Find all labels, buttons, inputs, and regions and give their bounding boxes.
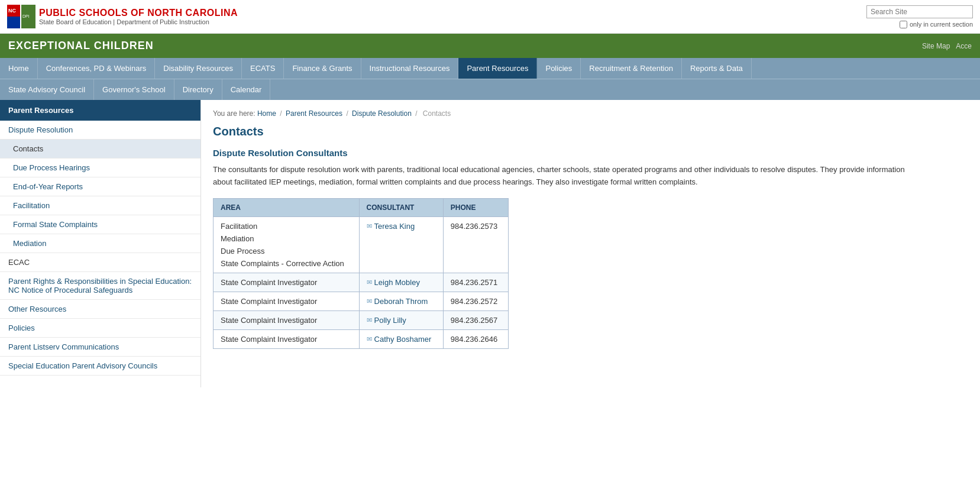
consultant-link[interactable]: ✉ Leigh Mobley: [367, 278, 436, 287]
area-item: Due Process: [221, 247, 352, 255]
email-icon: ✉: [367, 335, 372, 343]
logo: NC DPI PUBLIC SCHOOLS OF NORTH CAROLINA …: [7, 5, 238, 28]
list-item: Dispute Resolution: [0, 121, 200, 140]
org-sub: State Board of Education | Department of…: [39, 18, 238, 25]
breadcrumb-dispute-resolution[interactable]: Dispute Resolution: [352, 109, 412, 118]
nav-finance[interactable]: Finance & Grants: [284, 58, 361, 79]
consultant-cell: ✉ Leigh Mobley: [359, 273, 443, 292]
table-row: State Complaint Investigator ✉ Cathy Bos…: [214, 329, 509, 348]
breadcrumb-sep: /: [346, 109, 348, 118]
breadcrumb: You are here: Home / Parent Resources / …: [213, 109, 968, 118]
list-item: Mediation: [0, 234, 200, 253]
nav-recruitment[interactable]: Recruitment & Retention: [581, 58, 682, 79]
consultant-link[interactable]: ✉ Deborah Throm: [367, 297, 436, 306]
sidebar-item-contacts[interactable]: Contacts: [0, 140, 200, 158]
nav-home[interactable]: Home: [0, 58, 38, 79]
list-item: Other Resources: [0, 300, 200, 319]
banner-links: Site Map Acce: [922, 42, 972, 50]
area-cell: Facilitation Mediation Due Process State…: [214, 216, 360, 273]
nav-directory[interactable]: Directory: [174, 79, 222, 100]
area-lines: Facilitation Mediation Due Process State…: [221, 222, 352, 268]
nav-calendar[interactable]: Calendar: [222, 79, 271, 100]
nav-ecats[interactable]: ECATS: [242, 58, 284, 79]
sidebar-item-dispute-resolution[interactable]: Dispute Resolution: [0, 121, 200, 139]
top-nav: Home Conferences, PD & Webinars Disabili…: [0, 58, 980, 79]
table-header-phone: PHONE: [443, 198, 508, 216]
table-row: State Complaint Investigator ✉ Polly Lil…: [214, 310, 509, 329]
consultant-cell: ✉ Teresa King: [359, 216, 443, 273]
sidebar-item-parent-rights[interactable]: Parent Rights & Responsibilities in Spec…: [0, 272, 200, 299]
list-item: Parent Rights & Responsibilities in Spec…: [0, 272, 200, 300]
svg-text:NC: NC: [8, 8, 16, 14]
sidebar-section-ecac: ECAC: [0, 253, 200, 272]
site-map-link[interactable]: Site Map: [922, 42, 950, 50]
nav-parent-resources[interactable]: Parent Resources: [458, 58, 537, 79]
only-current-label: only in current section: [910, 21, 973, 28]
email-icon: ✉: [367, 316, 372, 324]
header-right: only in current section: [866, 5, 973, 28]
banner: EXCEPTIONAL CHILDREN Site Map Acce: [0, 34, 980, 58]
banner-title: EXCEPTIONAL CHILDREN: [8, 40, 154, 52]
phone-cell: 984.236.2646: [443, 329, 508, 348]
sidebar-item-end-of-year[interactable]: End-of-Year Reports: [0, 177, 200, 196]
sidebar-item-mediation[interactable]: Mediation: [0, 234, 200, 253]
table-row: Facilitation Mediation Due Process State…: [214, 216, 509, 273]
nav-governors-school[interactable]: Governor's School: [94, 79, 174, 100]
nav-policies[interactable]: Policies: [537, 58, 581, 79]
nav-reports[interactable]: Reports & Data: [682, 58, 752, 79]
list-item: End-of-Year Reports: [0, 177, 200, 196]
table-header-consultant: CONSULTANT: [359, 198, 443, 216]
header-title: PUBLIC SCHOOLS OF NORTH CAROLINA State B…: [39, 8, 238, 25]
breadcrumb-sep: /: [280, 109, 282, 118]
list-item: Contacts: [0, 140, 200, 158]
nav-state-advisory[interactable]: State Advisory Council: [0, 79, 94, 100]
list-item: Due Process Hearings: [0, 158, 200, 177]
sidebar-item-other-resources[interactable]: Other Resources: [0, 300, 200, 318]
list-item: Facilitation: [0, 196, 200, 215]
phone-cell: 984.236.2573: [443, 216, 508, 273]
acce-link[interactable]: Acce: [956, 42, 972, 50]
svg-rect-1: [7, 17, 20, 28]
phone-cell: 984.236.2572: [443, 292, 508, 310]
breadcrumb-parent-resources[interactable]: Parent Resources: [286, 109, 342, 118]
list-item: Policies: [0, 319, 200, 338]
sidebar-item-facilitation[interactable]: Facilitation: [0, 196, 200, 215]
nav-conferences[interactable]: Conferences, PD & Webinars: [38, 58, 156, 79]
table-row: State Complaint Investigator ✉ Leigh Mob…: [214, 273, 509, 292]
email-icon: ✉: [367, 222, 372, 230]
phone-cell: 984.236.2571: [443, 273, 508, 292]
sidebar-nav: Dispute Resolution Contacts Due Process …: [0, 121, 200, 376]
sidebar-item-advisory-councils[interactable]: Special Education Parent Advisory Counci…: [0, 357, 200, 375]
breadcrumb-current: Contacts: [423, 109, 451, 118]
only-current-checkbox[interactable]: [900, 21, 907, 28]
sidebar-item-formal-complaints[interactable]: Formal State Complaints: [0, 215, 200, 234]
area-cell: State Complaint Investigator: [214, 310, 360, 329]
sidebar: Parent Resources Dispute Resolution Cont…: [0, 100, 201, 387]
main-content: Parent Resources Dispute Resolution Cont…: [0, 100, 980, 387]
sidebar-item-due-process[interactable]: Due Process Hearings: [0, 158, 200, 177]
sidebar-header: Parent Resources: [0, 100, 200, 121]
consultant-cell: ✉ Deborah Throm: [359, 292, 443, 310]
area-item: State Complaints - Corrective Action: [221, 259, 352, 268]
area-item: Mediation: [221, 234, 352, 243]
sidebar-item-policies[interactable]: Policies: [0, 319, 200, 337]
consultant-link[interactable]: ✉ Teresa King: [367, 222, 436, 231]
breadcrumb-home[interactable]: Home: [257, 109, 276, 118]
email-icon: ✉: [367, 279, 372, 286]
area-cell: State Complaint Investigator: [214, 329, 360, 348]
table-header-area: AREA: [214, 198, 360, 216]
area-cell: State Complaint Investigator: [214, 292, 360, 310]
table-body: Facilitation Mediation Due Process State…: [214, 216, 509, 348]
nav-instructional[interactable]: Instructional Resources: [361, 58, 459, 79]
nav-disability[interactable]: Disability Resources: [155, 58, 242, 79]
consultant-cell: ✉ Cathy Boshamer: [359, 329, 443, 348]
list-item: Formal State Complaints: [0, 215, 200, 234]
description: The consultants for dispute resolution w…: [213, 164, 923, 189]
search-input[interactable]: [866, 5, 973, 18]
consultant-cell: ✉ Polly Lilly: [359, 310, 443, 329]
email-icon: ✉: [367, 297, 372, 305]
consultant-link[interactable]: ✉ Cathy Boshamer: [367, 335, 436, 344]
consultant-link[interactable]: ✉ Polly Lilly: [367, 316, 436, 325]
section-title: Dispute Resolution Consultants: [213, 148, 968, 158]
sidebar-item-listserv[interactable]: Parent Listserv Communications: [0, 338, 200, 356]
